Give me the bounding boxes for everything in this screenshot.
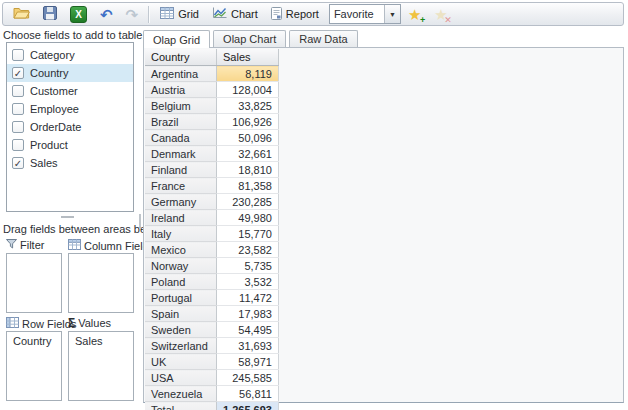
row-header-cell[interactable]: Spain [145, 306, 217, 322]
value-cell[interactable]: 15,770 [217, 226, 279, 242]
checkbox[interactable]: ✓ [12, 67, 24, 79]
value-cell[interactable]: 8,119 [217, 66, 279, 82]
value-cell[interactable]: 32,661 [217, 146, 279, 162]
value-cell[interactable]: 3,532 [217, 274, 279, 290]
row-header-cell[interactable]: Ireland [145, 210, 217, 226]
row-header-cell[interactable]: Poland [145, 274, 217, 290]
column-fields-area[interactable] [68, 253, 134, 313]
olap-grid-page: CountrySales Argentina8,119Austria128,00… [143, 47, 624, 403]
value-cell[interactable]: 56,811 [217, 386, 279, 402]
field-chip-sales[interactable]: Sales [75, 335, 133, 350]
row-header-cell[interactable]: Argentina [145, 66, 217, 82]
row-header-cell[interactable]: Belgium [145, 98, 217, 114]
chart-view-button[interactable]: Chart [206, 4, 264, 24]
value-cell[interactable]: 49,980 [217, 210, 279, 226]
row-header-cell[interactable]: Norway [145, 258, 217, 274]
tab-olap-grid[interactable]: Olap Grid [143, 30, 210, 48]
grid-button-label: Grid [178, 8, 199, 20]
row-header-cell[interactable]: Sweden [145, 322, 217, 338]
save-icon [43, 6, 57, 22]
values-area[interactable]: Sales [68, 331, 134, 401]
row-header-cell[interactable]: Brazil [145, 114, 217, 130]
horizontal-splitter[interactable] [61, 216, 74, 218]
value-cell[interactable]: 106,926 [217, 114, 279, 130]
pivot-grid: CountrySales Argentina8,119Austria128,00… [145, 49, 279, 410]
checkbox[interactable] [12, 49, 24, 61]
table-row: USA245,585 [145, 370, 278, 386]
field-item-country[interactable]: ✓Country [7, 64, 133, 82]
report-view-button[interactable]: Report [265, 4, 325, 24]
checkbox[interactable] [12, 85, 24, 97]
row-header-cell[interactable]: UK [145, 354, 217, 370]
table-row: Mexico23,582 [145, 242, 278, 258]
field-item-category[interactable]: Category [7, 46, 133, 64]
field-item-label: OrderDate [30, 121, 81, 133]
value-cell[interactable]: 18,810 [217, 162, 279, 178]
row-header-cell[interactable]: Austria [145, 82, 217, 98]
row-header-cell[interactable]: Canada [145, 130, 217, 146]
add-favorite-button[interactable]: ★+ [402, 4, 427, 24]
value-cell[interactable]: 11,472 [217, 290, 279, 306]
value-cell[interactable]: 31,693 [217, 338, 279, 354]
checkbox[interactable]: ✓ [12, 157, 24, 169]
field-item-label: Country [30, 67, 69, 79]
open-button[interactable] [7, 4, 36, 24]
remove-favorite-button[interactable]: ★✕ [428, 4, 453, 24]
checkbox[interactable] [12, 121, 24, 133]
column-header-sales[interactable]: Sales [217, 49, 279, 66]
table-row: Brazil106,926 [145, 114, 278, 130]
checkbox[interactable] [12, 139, 24, 151]
row-header-cell[interactable]: Venezuela [145, 386, 217, 402]
field-item-product[interactable]: Product [7, 136, 133, 154]
chart-icon [212, 7, 227, 21]
tab-raw-data[interactable]: Raw Data [289, 30, 357, 47]
value-cell[interactable]: 128,004 [217, 82, 279, 98]
field-item-customer[interactable]: Customer [7, 82, 133, 100]
row-header-cell[interactable]: Switzerland [145, 338, 217, 354]
table-row: Canada50,096 [145, 130, 278, 146]
value-cell[interactable]: 245,585 [217, 370, 279, 386]
table-row: Sweden54,495 [145, 322, 278, 338]
value-cell[interactable]: 58,971 [217, 354, 279, 370]
row-header-cell[interactable]: Finland [145, 162, 217, 178]
field-item-employee[interactable]: Employee [7, 100, 133, 118]
field-chip-country[interactable]: Country [13, 335, 61, 350]
view-tabs: Olap Grid Olap Chart Raw Data [143, 30, 358, 47]
field-item-sales[interactable]: ✓Sales [7, 154, 133, 172]
row-header-cell[interactable]: Italy [145, 226, 217, 242]
table-row: Venezuela56,811 [145, 386, 278, 402]
row-header-cell[interactable]: France [145, 178, 217, 194]
value-cell[interactable]: 54,495 [217, 322, 279, 338]
undo-button[interactable]: ↶ [94, 4, 119, 24]
table-row: France81,358 [145, 178, 278, 194]
value-cell[interactable]: 230,285 [217, 194, 279, 210]
save-button[interactable] [37, 4, 63, 24]
filter-area[interactable] [6, 253, 62, 313]
filter-funnel-icon [6, 239, 17, 251]
row-header-cell[interactable]: Portugal [145, 290, 217, 306]
row-header-cell[interactable]: Mexico [145, 242, 217, 258]
column-header-country[interactable]: Country [145, 49, 217, 66]
row-header-cell[interactable]: Germany [145, 194, 217, 210]
value-cell[interactable]: 5,735 [217, 258, 279, 274]
field-item-orderdate[interactable]: OrderDate [7, 118, 133, 136]
value-cell[interactable]: 33,825 [217, 98, 279, 114]
redo-button[interactable]: ↷ [120, 4, 145, 24]
column-fields-icon [68, 239, 81, 252]
value-cell[interactable]: 23,582 [217, 242, 279, 258]
value-cell[interactable]: 17,983 [217, 306, 279, 322]
row-header-cell[interactable]: Denmark [145, 146, 217, 162]
favorite-combobox-dropdown[interactable]: ▼ [384, 5, 400, 23]
field-item-label: Employee [30, 103, 79, 115]
row-fields-area[interactable]: Country [6, 331, 62, 401]
excel-export-button[interactable]: X [64, 4, 93, 24]
checkbox[interactable] [12, 103, 24, 115]
report-icon [271, 7, 282, 22]
value-cell[interactable]: 50,096 [217, 130, 279, 146]
tab-olap-chart[interactable]: Olap Chart [213, 30, 286, 47]
grid-view-button[interactable]: Grid [154, 4, 205, 24]
value-cell[interactable]: 81,358 [217, 178, 279, 194]
row-header-cell[interactable]: USA [145, 370, 217, 386]
favorite-combobox[interactable]: Favorite ▼ [329, 4, 401, 24]
field-list[interactable]: Category✓CountryCustomerEmployeeOrderDat… [6, 42, 134, 212]
